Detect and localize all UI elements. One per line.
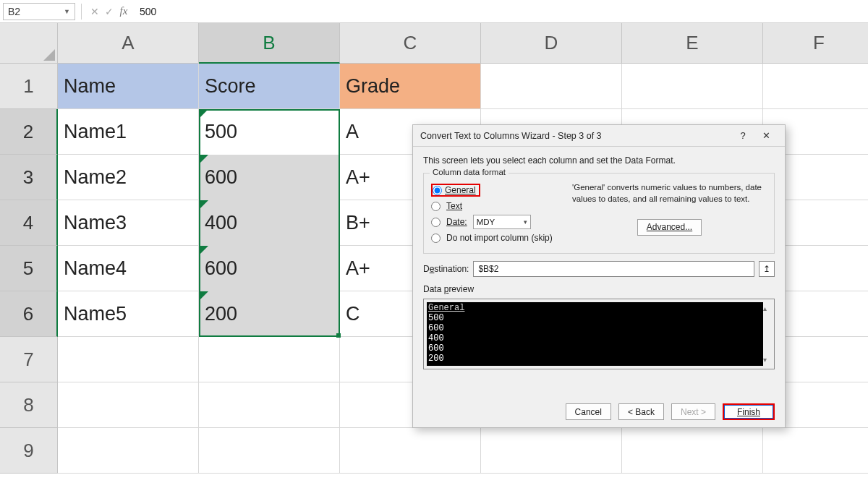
cancel-formula-icon[interactable]: ✕ xyxy=(88,6,102,17)
column-headers: A B C D E F xyxy=(58,23,868,64)
cell-C9[interactable] xyxy=(340,428,481,474)
preview-label: Data preview xyxy=(423,284,775,294)
cell-A4[interactable]: Name3 xyxy=(58,200,199,246)
preview-row: 400 xyxy=(428,333,762,343)
cell-E9[interactable] xyxy=(622,428,763,474)
radio-skip-label: Do not import column (skip) xyxy=(446,233,553,243)
cell-A1[interactable]: Name xyxy=(58,64,199,109)
col-header-D[interactable]: D xyxy=(481,23,622,64)
help-button[interactable]: ? xyxy=(731,130,754,141)
radio-text[interactable] xyxy=(431,202,441,211)
destination-input[interactable]: $B$2 xyxy=(473,261,754,277)
col-header-F[interactable]: F xyxy=(763,23,868,64)
preview-row: 600 xyxy=(428,343,762,354)
select-all-corner[interactable] xyxy=(0,23,58,64)
finish-button[interactable]: Finish xyxy=(723,403,775,420)
accept-formula-icon[interactable]: ✓ xyxy=(102,6,116,17)
cell-D9[interactable] xyxy=(481,428,622,474)
radio-text-label: Text xyxy=(446,201,462,211)
highlight-general: General xyxy=(431,184,480,197)
preview-scrollbar[interactable]: ▴ ▾ xyxy=(759,302,771,366)
text-to-columns-dialog: Convert Text to Columns Wizard - Step 3 … xyxy=(412,124,786,428)
cell-A2[interactable]: Name1 xyxy=(58,109,199,155)
close-button[interactable]: ✕ xyxy=(754,130,778,141)
radio-general[interactable] xyxy=(433,186,442,195)
formula-input[interactable]: 500 xyxy=(131,6,868,17)
dialog-body: This screen lets you select each column … xyxy=(413,147,785,375)
row-header-1[interactable]: 1 xyxy=(0,64,58,109)
cell-E1[interactable] xyxy=(622,64,763,109)
row-header-3[interactable]: 3 xyxy=(0,155,58,200)
radio-general-label: General xyxy=(445,185,476,195)
row-header-2[interactable]: 2 xyxy=(0,109,58,155)
cell-A9[interactable] xyxy=(58,428,199,474)
column-data-format-group: Column data format General Text Date: xyxy=(423,173,775,254)
preview-col-header: General xyxy=(428,303,762,313)
preview-table[interactable]: General 500 600 400 600 200 xyxy=(427,302,763,366)
radio-skip[interactable] xyxy=(431,234,441,243)
date-format-value: MDY xyxy=(477,218,495,226)
cancel-button[interactable]: Cancel xyxy=(566,403,611,420)
advanced-button[interactable]: Advanced... xyxy=(637,219,702,236)
dialog-description: This screen lets you select each column … xyxy=(423,155,775,166)
cell-A7[interactable] xyxy=(58,337,199,382)
dialog-titlebar[interactable]: Convert Text to Columns Wizard - Step 3 … xyxy=(413,125,785,147)
cell-A8[interactable] xyxy=(58,382,199,428)
cell-B1[interactable]: Score xyxy=(199,64,340,109)
row-header-9[interactable]: 9 xyxy=(0,428,58,474)
name-box[interactable]: B2 ▼ xyxy=(3,3,75,20)
back-button[interactable]: < Back xyxy=(618,403,664,420)
col-header-A[interactable]: A xyxy=(58,23,199,64)
data-preview: General 500 600 400 600 200 ▴ ▾ xyxy=(423,299,775,369)
col-header-E[interactable]: E xyxy=(622,23,763,64)
cell-F9[interactable] xyxy=(763,428,868,474)
range-picker-button[interactable]: ↥ xyxy=(759,261,775,277)
cell-B6[interactable]: 200 xyxy=(199,291,340,337)
chevron-down-icon: ▾ xyxy=(524,218,527,226)
formula-bar: B2 ▼ ✕ ✓ fx 500 xyxy=(0,0,868,23)
general-hint: 'General' converts numeric values to num… xyxy=(572,182,767,205)
cell-F1[interactable] xyxy=(763,64,868,109)
cell-A3[interactable]: Name2 xyxy=(58,155,199,200)
col-header-B[interactable]: B xyxy=(199,23,340,64)
radio-date[interactable] xyxy=(431,218,441,227)
destination-label: Destination: xyxy=(423,264,469,274)
cell-A5[interactable]: Name4 xyxy=(58,246,199,291)
group-legend: Column data format xyxy=(430,168,509,176)
cell-B4[interactable]: 400 xyxy=(199,200,340,246)
separator xyxy=(81,4,82,20)
cell-C1[interactable]: Grade xyxy=(340,64,481,109)
cell-B3[interactable]: 600 xyxy=(199,155,340,200)
row-header-6[interactable]: 6 xyxy=(0,291,58,337)
dialog-title: Convert Text to Columns Wizard - Step 3 … xyxy=(420,131,731,141)
row-header-5[interactable]: 5 xyxy=(0,246,58,291)
preview-row: 200 xyxy=(428,354,762,364)
date-format-select[interactable]: MDY ▾ xyxy=(473,215,531,229)
row-header-7[interactable]: 7 xyxy=(0,337,58,382)
dialog-footer: Cancel < Back Next > Finish xyxy=(566,403,775,420)
format-hint-panel: 'General' converts numeric values to num… xyxy=(565,182,767,246)
preview-row: 500 xyxy=(428,313,762,323)
destination-row: Destination: $B$2 ↥ xyxy=(423,261,775,277)
preview-row: 600 xyxy=(428,323,762,333)
row-headers: 1 2 3 4 5 6 7 8 9 xyxy=(0,64,58,474)
scroll-up-icon[interactable]: ▴ xyxy=(759,302,771,314)
cell-B5[interactable]: 600 xyxy=(199,246,340,291)
col-header-C[interactable]: C xyxy=(340,23,481,64)
radio-date-label: Date: xyxy=(446,217,467,227)
row-header-8[interactable]: 8 xyxy=(0,382,58,428)
row-header-4[interactable]: 4 xyxy=(0,200,58,246)
cell-B7[interactable] xyxy=(199,337,340,382)
next-button: Next > xyxy=(671,403,715,420)
chevron-down-icon[interactable]: ▼ xyxy=(64,8,70,15)
cell-B9[interactable] xyxy=(199,428,340,474)
cell-B2[interactable]: 500 xyxy=(199,109,340,155)
cell-B8[interactable] xyxy=(199,382,340,428)
scroll-down-icon[interactable]: ▾ xyxy=(759,354,771,366)
cell-A6[interactable]: Name5 xyxy=(58,291,199,337)
name-box-value: B2 xyxy=(8,6,20,17)
cell-D1[interactable] xyxy=(481,64,622,109)
fx-icon[interactable]: fx xyxy=(116,5,131,17)
